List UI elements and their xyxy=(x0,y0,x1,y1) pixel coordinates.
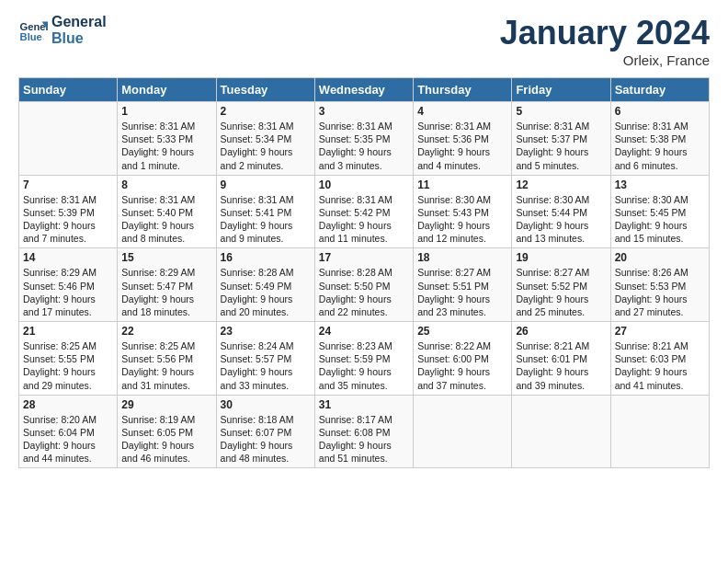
week-row-5: 28Sunrise: 8:20 AMSunset: 6:04 PMDayligh… xyxy=(19,395,710,468)
calendar-cell: 30Sunrise: 8:18 AMSunset: 6:07 PMDayligh… xyxy=(216,395,314,468)
calendar-cell xyxy=(610,395,709,468)
cell-content: Sunrise: 8:31 AMSunset: 5:40 PMDaylight:… xyxy=(121,193,211,246)
calendar-cell: 2Sunrise: 8:31 AMSunset: 5:34 PMDaylight… xyxy=(216,102,314,176)
calendar-cell: 18Sunrise: 8:27 AMSunset: 5:51 PMDayligh… xyxy=(414,248,512,322)
logo-general: General xyxy=(51,14,107,30)
cell-content: Sunrise: 8:31 AMSunset: 5:33 PMDaylight:… xyxy=(121,120,211,172)
cell-content: Sunrise: 8:29 AMSunset: 5:46 PMDaylight:… xyxy=(23,266,113,318)
calendar-cell: 31Sunrise: 8:17 AMSunset: 6:08 PMDayligh… xyxy=(314,395,413,468)
day-number: 19 xyxy=(516,251,606,264)
cell-content: Sunrise: 8:21 AMSunset: 6:03 PMDaylight:… xyxy=(615,339,705,392)
cell-content: Sunrise: 8:26 AMSunset: 5:53 PMDaylight:… xyxy=(615,266,705,318)
calendar-cell: 8Sunrise: 8:31 AMSunset: 5:40 PMDaylight… xyxy=(118,175,216,248)
day-number: 27 xyxy=(615,325,705,338)
day-number: 20 xyxy=(615,251,705,264)
week-row-3: 14Sunrise: 8:29 AMSunset: 5:46 PMDayligh… xyxy=(19,248,710,322)
calendar-cell: 17Sunrise: 8:28 AMSunset: 5:50 PMDayligh… xyxy=(314,248,413,322)
cell-content: Sunrise: 8:30 AMSunset: 5:45 PMDaylight:… xyxy=(615,193,705,246)
logo-blue: Blue xyxy=(51,30,107,47)
calendar-cell: 14Sunrise: 8:29 AMSunset: 5:46 PMDayligh… xyxy=(19,248,118,322)
cell-content: Sunrise: 8:25 AMSunset: 5:55 PMDaylight:… xyxy=(23,339,113,392)
day-number: 13 xyxy=(615,178,705,191)
calendar-cell: 19Sunrise: 8:27 AMSunset: 5:52 PMDayligh… xyxy=(512,248,610,322)
cell-content: Sunrise: 8:22 AMSunset: 6:00 PMDaylight:… xyxy=(417,339,507,392)
day-number: 6 xyxy=(615,105,705,118)
calendar-cell: 11Sunrise: 8:30 AMSunset: 5:43 PMDayligh… xyxy=(414,175,512,248)
column-header-tuesday: Tuesday xyxy=(216,78,314,102)
week-row-2: 7Sunrise: 8:31 AMSunset: 5:39 PMDaylight… xyxy=(19,175,710,248)
calendar-cell: 20Sunrise: 8:26 AMSunset: 5:53 PMDayligh… xyxy=(610,248,709,322)
cell-content: Sunrise: 8:23 AMSunset: 5:59 PMDaylight:… xyxy=(319,339,409,392)
day-number: 5 xyxy=(516,105,606,118)
calendar-cell: 9Sunrise: 8:31 AMSunset: 5:41 PMDaylight… xyxy=(216,175,314,248)
calendar-cell: 3Sunrise: 8:31 AMSunset: 5:35 PMDaylight… xyxy=(314,102,413,176)
day-number: 8 xyxy=(121,178,211,191)
page-container: General Blue General Blue January 2024 O… xyxy=(0,0,728,477)
calendar-cell: 5Sunrise: 8:31 AMSunset: 5:37 PMDaylight… xyxy=(512,102,610,176)
column-header-saturday: Saturday xyxy=(610,78,709,102)
cell-content: Sunrise: 8:28 AMSunset: 5:50 PMDaylight:… xyxy=(319,266,409,318)
header: General Blue General Blue January 2024 O… xyxy=(18,14,710,68)
day-number: 28 xyxy=(23,398,113,411)
day-number: 18 xyxy=(417,251,507,264)
day-number: 1 xyxy=(121,105,211,118)
cell-content: Sunrise: 8:21 AMSunset: 6:01 PMDaylight:… xyxy=(516,339,606,392)
day-number: 3 xyxy=(319,105,409,118)
cell-content: Sunrise: 8:25 AMSunset: 5:56 PMDaylight:… xyxy=(121,339,211,392)
calendar-cell: 29Sunrise: 8:19 AMSunset: 6:05 PMDayligh… xyxy=(118,395,216,468)
column-header-thursday: Thursday xyxy=(414,78,512,102)
cell-content: Sunrise: 8:19 AMSunset: 6:05 PMDaylight:… xyxy=(121,413,211,465)
day-number: 16 xyxy=(221,251,311,264)
column-header-sunday: Sunday xyxy=(19,78,118,102)
calendar-cell: 16Sunrise: 8:28 AMSunset: 5:49 PMDayligh… xyxy=(216,248,314,322)
cell-content: Sunrise: 8:31 AMSunset: 5:39 PMDaylight:… xyxy=(23,193,113,246)
calendar-cell: 22Sunrise: 8:25 AMSunset: 5:56 PMDayligh… xyxy=(118,322,216,396)
cell-content: Sunrise: 8:31 AMSunset: 5:35 PMDaylight:… xyxy=(319,120,409,172)
title-block: January 2024 Orleix, France xyxy=(500,14,710,68)
day-number: 4 xyxy=(417,105,507,118)
day-number: 30 xyxy=(221,398,311,411)
logo-icon: General Blue xyxy=(18,16,48,45)
week-row-1: 1Sunrise: 8:31 AMSunset: 5:33 PMDaylight… xyxy=(19,102,710,176)
cell-content: Sunrise: 8:28 AMSunset: 5:49 PMDaylight:… xyxy=(221,266,311,318)
header-row: SundayMondayTuesdayWednesdayThursdayFrid… xyxy=(19,78,710,102)
cell-content: Sunrise: 8:27 AMSunset: 5:51 PMDaylight:… xyxy=(417,266,507,318)
calendar-cell: 4Sunrise: 8:31 AMSunset: 5:36 PMDaylight… xyxy=(414,102,512,176)
svg-text:Blue: Blue xyxy=(20,31,42,42)
calendar-cell: 24Sunrise: 8:23 AMSunset: 5:59 PMDayligh… xyxy=(314,322,413,396)
cell-content: Sunrise: 8:29 AMSunset: 5:47 PMDaylight:… xyxy=(121,266,211,318)
day-number: 22 xyxy=(121,325,211,338)
calendar-cell xyxy=(512,395,610,468)
day-number: 11 xyxy=(417,178,507,191)
cell-content: Sunrise: 8:20 AMSunset: 6:04 PMDaylight:… xyxy=(23,413,113,465)
cell-content: Sunrise: 8:31 AMSunset: 5:36 PMDaylight:… xyxy=(417,120,507,172)
day-number: 15 xyxy=(121,251,211,264)
cell-content: Sunrise: 8:30 AMSunset: 5:44 PMDaylight:… xyxy=(516,193,606,246)
calendar-cell: 21Sunrise: 8:25 AMSunset: 5:55 PMDayligh… xyxy=(19,322,118,396)
calendar-cell xyxy=(414,395,512,468)
day-number: 29 xyxy=(121,398,211,411)
column-header-friday: Friday xyxy=(512,78,610,102)
day-number: 12 xyxy=(516,178,606,191)
cell-content: Sunrise: 8:31 AMSunset: 5:42 PMDaylight:… xyxy=(319,193,409,246)
day-number: 10 xyxy=(319,178,409,191)
calendar-cell: 1Sunrise: 8:31 AMSunset: 5:33 PMDaylight… xyxy=(118,102,216,176)
cell-content: Sunrise: 8:18 AMSunset: 6:07 PMDaylight:… xyxy=(221,413,311,465)
calendar-cell: 15Sunrise: 8:29 AMSunset: 5:47 PMDayligh… xyxy=(118,248,216,322)
cell-content: Sunrise: 8:31 AMSunset: 5:37 PMDaylight:… xyxy=(516,120,606,172)
calendar-cell xyxy=(19,102,118,176)
day-number: 23 xyxy=(221,325,311,338)
calendar-cell: 10Sunrise: 8:31 AMSunset: 5:42 PMDayligh… xyxy=(314,175,413,248)
calendar-cell: 28Sunrise: 8:20 AMSunset: 6:04 PMDayligh… xyxy=(19,395,118,468)
day-number: 26 xyxy=(516,325,606,338)
calendar-cell: 12Sunrise: 8:30 AMSunset: 5:44 PMDayligh… xyxy=(512,175,610,248)
logo: General Blue General Blue xyxy=(18,14,107,46)
column-header-wednesday: Wednesday xyxy=(314,78,413,102)
cell-content: Sunrise: 8:31 AMSunset: 5:41 PMDaylight:… xyxy=(221,193,311,246)
calendar-cell: 7Sunrise: 8:31 AMSunset: 5:39 PMDaylight… xyxy=(19,175,118,248)
day-number: 25 xyxy=(417,325,507,338)
cell-content: Sunrise: 8:31 AMSunset: 5:34 PMDaylight:… xyxy=(221,120,311,172)
day-number: 2 xyxy=(221,105,311,118)
calendar-table: SundayMondayTuesdayWednesdayThursdayFrid… xyxy=(18,77,710,468)
day-number: 31 xyxy=(319,398,409,411)
